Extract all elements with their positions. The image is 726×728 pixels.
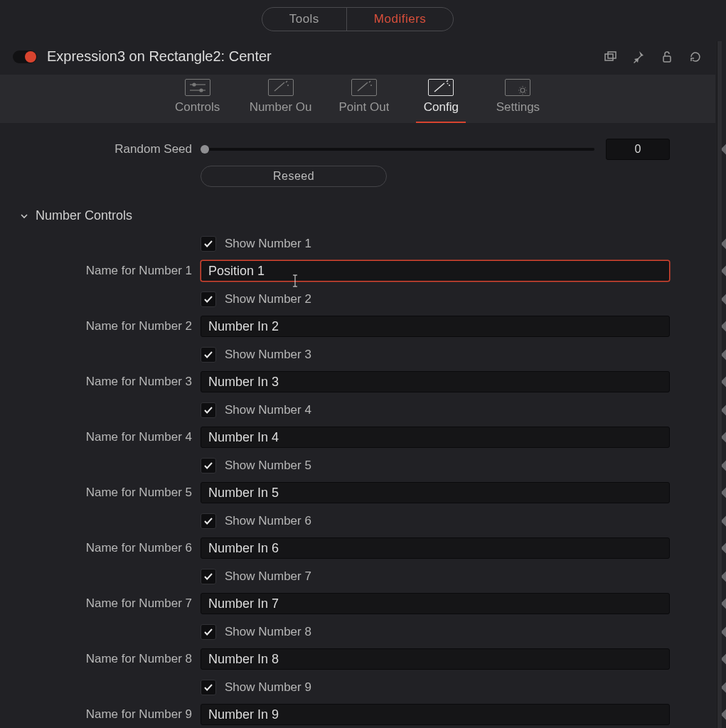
name-for-number-row: Name for Number 3 — [0, 370, 715, 394]
show-number-row: Show Number 7 — [0, 564, 715, 589]
show-number-4-label: Show Number 4 — [225, 403, 311, 417]
name-for-number-3-label: Name for Number 3 — [0, 375, 192, 389]
svg-line-9 — [434, 83, 444, 92]
name-for-number-row: Name for Number 8 — [0, 647, 715, 671]
random-seed-label: Random Seed — [0, 142, 192, 156]
show-number-3-checkbox[interactable] — [201, 347, 216, 363]
windows-icon[interactable] — [603, 50, 617, 64]
name-for-number-row: Name for Number 1 — [0, 259, 715, 283]
show-number-5-checkbox[interactable] — [201, 458, 216, 473]
slider-thumb[interactable] — [201, 145, 209, 154]
show-number-6-checkbox[interactable] — [201, 513, 216, 529]
name-for-number-4-label: Name for Number 4 — [0, 430, 192, 444]
name-for-number-3-input[interactable] — [201, 371, 670, 392]
wand-sparkle-icon — [428, 79, 454, 96]
show-number-2-checkbox[interactable] — [201, 291, 216, 307]
random-seed-row: Random Seed 0 — [0, 137, 715, 161]
name-for-number-2-input[interactable] — [201, 316, 670, 337]
pin-icon[interactable] — [631, 50, 646, 64]
svg-point-6 — [200, 89, 203, 92]
name-for-number-1-label: Name for Number 1 — [0, 264, 192, 278]
title-row: Expression3 on Rectangle2: Center — [0, 31, 715, 75]
reseed-row: Reseed — [0, 164, 715, 188]
show-number-row: Show Number 9 — [0, 675, 715, 700]
random-seed-value[interactable]: 0 — [606, 139, 670, 160]
chevron-down-icon — [20, 212, 28, 220]
subtab-controls[interactable]: Controls — [173, 79, 223, 123]
name-for-number-1-input[interactable] — [201, 260, 670, 282]
show-number-8-checkbox[interactable] — [201, 624, 216, 640]
show-number-9-checkbox[interactable] — [201, 680, 216, 695]
reset-icon[interactable] — [688, 50, 703, 64]
name-for-number-9-label: Name for Number 9 — [0, 707, 192, 722]
show-number-row: Show Number 3 — [0, 343, 715, 367]
name-for-number-6-label: Name for Number 6 — [0, 541, 192, 555]
name-for-number-5-input[interactable] — [201, 482, 670, 503]
wand-icon — [351, 79, 377, 96]
subtab-bar: Controls Number Ou Point Out — [0, 75, 715, 123]
name-for-number-8-input[interactable] — [201, 648, 670, 670]
show-number-5-label: Show Number 5 — [225, 459, 311, 473]
show-number-3-label: Show Number 3 — [225, 348, 311, 362]
title-actions — [603, 50, 703, 64]
name-for-number-9-input[interactable] — [201, 704, 670, 725]
show-number-8-label: Show Number 8 — [225, 625, 311, 639]
subtab-label: Point Out — [339, 100, 390, 114]
show-number-row: Show Number 6 — [0, 509, 715, 533]
show-number-7-checkbox[interactable] — [201, 569, 216, 584]
enable-toggle[interactable] — [13, 50, 37, 63]
name-for-number-row: Name for Number 4 — [0, 425, 715, 449]
svg-line-7 — [274, 82, 284, 91]
subtab-label: Controls — [175, 100, 220, 114]
name-for-number-row: Name for Number 6 — [0, 536, 715, 560]
top-tabs: Tools Modifiers — [0, 0, 715, 31]
gear-icon — [505, 79, 530, 96]
show-number-4-checkbox[interactable] — [201, 402, 216, 418]
name-for-number-row: Name for Number 9 — [0, 702, 715, 727]
svg-point-4 — [193, 83, 196, 86]
show-number-row: Show Number 8 — [0, 620, 715, 644]
params-area: Random Seed 0 Reseed Number Controls — [0, 123, 715, 727]
subtab-point-out[interactable]: Point Out — [339, 79, 390, 123]
svg-rect-2 — [663, 56, 671, 62]
enable-toggle-knob — [25, 51, 36, 63]
show-number-1-label: Show Number 1 — [225, 237, 311, 251]
name-for-number-8-label: Name for Number 8 — [0, 652, 192, 666]
random-seed-slider[interactable] — [201, 148, 594, 151]
name-for-number-4-input[interactable] — [201, 427, 670, 448]
name-for-number-7-label: Name for Number 7 — [0, 596, 192, 611]
svg-rect-0 — [605, 54, 613, 60]
name-for-number-row: Name for Number 2 — [0, 314, 715, 338]
wand-icon — [268, 79, 294, 96]
name-for-number-7-input[interactable] — [201, 593, 670, 614]
scrollbar[interactable] — [717, 41, 722, 728]
tab-tools[interactable]: Tools — [262, 8, 346, 31]
reseed-button[interactable]: Reseed — [201, 166, 387, 187]
page-title: Expression3 on Rectangle2: Center — [47, 48, 603, 65]
name-for-number-5-label: Name for Number 5 — [0, 486, 192, 500]
lock-open-icon[interactable] — [660, 50, 674, 64]
subtab-number-out[interactable]: Number Ou — [250, 79, 312, 123]
subtab-label: Settings — [496, 100, 540, 114]
show-number-row: Show Number 1 — [0, 232, 715, 256]
section-number-controls[interactable]: Number Controls — [0, 193, 715, 232]
show-number-1-checkbox[interactable] — [201, 236, 216, 252]
show-number-2-label: Show Number 2 — [225, 292, 311, 306]
show-number-7-label: Show Number 7 — [225, 569, 311, 584]
sliders-icon — [185, 79, 210, 96]
name-for-number-6-input[interactable] — [201, 537, 670, 559]
show-number-6-label: Show Number 6 — [225, 514, 311, 528]
svg-rect-1 — [608, 52, 616, 58]
name-for-number-row: Name for Number 5 — [0, 481, 715, 505]
subtab-settings[interactable]: Settings — [493, 79, 543, 123]
tab-modifiers[interactable]: Modifiers — [347, 8, 453, 31]
show-number-row: Show Number 2 — [0, 287, 715, 311]
show-number-row: Show Number 4 — [0, 398, 715, 422]
name-for-number-row: Name for Number 7 — [0, 592, 715, 616]
show-number-row: Show Number 5 — [0, 454, 715, 478]
subtab-label: Number Ou — [250, 100, 312, 114]
svg-point-10 — [521, 88, 525, 92]
name-for-number-2-label: Name for Number 2 — [0, 319, 192, 333]
top-tab-segment: Tools Modifiers — [262, 7, 454, 31]
subtab-config[interactable]: Config — [416, 79, 466, 123]
